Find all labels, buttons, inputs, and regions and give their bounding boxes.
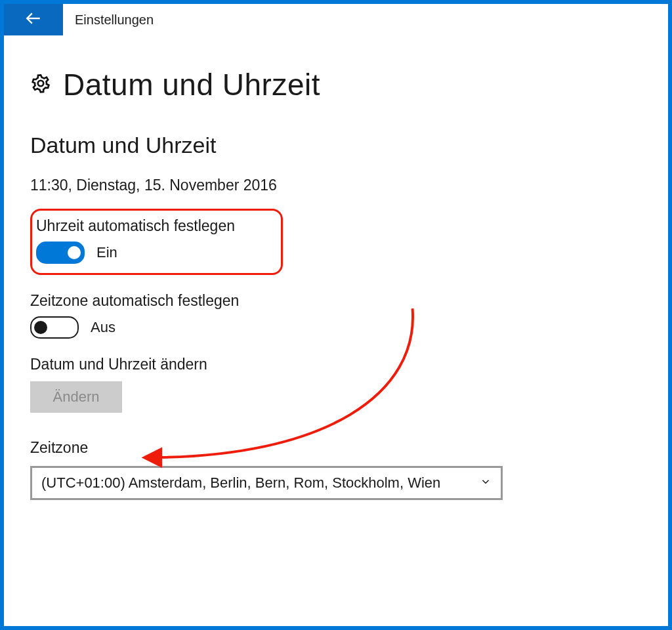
- timezone-label: Zeitzone: [30, 439, 642, 457]
- toggle-knob: [68, 246, 81, 259]
- auto-timezone-block: Zeitzone automatisch festlegen Aus: [30, 292, 642, 339]
- annotation-highlight-box: Uhrzeit automatisch festlegen Ein: [30, 209, 283, 275]
- page-title: Datum und Uhrzeit: [63, 67, 320, 102]
- auto-timezone-label: Zeitzone automatisch festlegen: [30, 292, 642, 310]
- svg-point-1: [38, 81, 44, 87]
- settings-window: Einstellungen Datum und Uhrzeit Datum un…: [0, 0, 672, 630]
- section-title: Datum und Uhrzeit: [30, 133, 642, 158]
- timezone-select[interactable]: (UTC+01:00) Amsterdam, Berlin, Bern, Rom…: [30, 466, 503, 500]
- titlebar: Einstellungen: [4, 4, 668, 35]
- app-title: Einstellungen: [75, 12, 154, 28]
- gear-icon: [30, 73, 51, 96]
- auto-time-state: Ein: [96, 244, 117, 261]
- timezone-block: Zeitzone (UTC+01:00) Amsterdam, Berlin, …: [30, 439, 642, 500]
- change-button[interactable]: Ändern: [30, 381, 122, 413]
- change-datetime-label: Datum und Uhrzeit ändern: [30, 356, 642, 373]
- auto-time-toggle[interactable]: [36, 242, 85, 264]
- auto-timezone-state: Aus: [91, 319, 116, 336]
- auto-timezone-toggle[interactable]: [30, 316, 79, 339]
- back-button[interactable]: [4, 4, 63, 35]
- toggle-knob: [34, 321, 47, 334]
- back-arrow-icon: [25, 10, 42, 30]
- auto-time-label: Uhrzeit automatisch festlegen: [36, 217, 272, 235]
- page-header: Datum und Uhrzeit: [30, 67, 642, 102]
- content-area: Datum und Uhrzeit Datum und Uhrzeit 11:3…: [4, 35, 668, 513]
- change-datetime-block: Datum und Uhrzeit ändern Ändern: [30, 356, 642, 413]
- timezone-selected-value: (UTC+01:00) Amsterdam, Berlin, Bern, Rom…: [41, 474, 440, 492]
- current-datetime: 11:30, Dienstag, 15. November 2016: [30, 177, 642, 194]
- chevron-down-icon: [480, 474, 492, 492]
